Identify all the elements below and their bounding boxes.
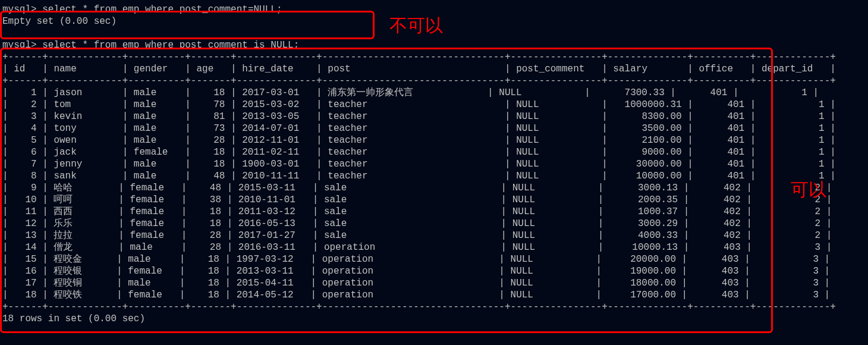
annotation-label-good: 可以 xyxy=(791,178,826,201)
table-row: | 8 | sank | male | 48 | 2010-11-11 | te… xyxy=(2,170,866,182)
table-row: | 15 | 程咬金 | male | 18 | 1997-03-12 | op… xyxy=(2,253,866,265)
result-table: +------+-------------+----------+-------… xyxy=(2,51,866,313)
annotation-label-bad: 不可以 xyxy=(389,14,443,37)
table-row: | 18 | 程咬铁 | female | 18 | 2014-05-12 | … xyxy=(2,289,866,301)
table-row: | 7 | jenny | male | 18 | 1900-03-01 | t… xyxy=(2,158,866,170)
table-row: | 4 | tony | male | 73 | 2014-07-01 | te… xyxy=(2,123,866,134)
table-row: | 13 | 拉拉 | female | 28 | 2017-01-27 | s… xyxy=(2,230,866,242)
table-row: | 17 | 程咬铜 | male | 18 | 2015-04-11 | op… xyxy=(2,277,866,289)
table-row: | 2 | tom | male | 78 | 2015-03-02 | tea… xyxy=(2,99,866,111)
table-row: | 10 | 呵呵 | female | 38 | 2010-11-01 | s… xyxy=(2,194,866,206)
table-row: | 14 | 僧龙 | male | 28 | 2016-03-11 | ope… xyxy=(2,242,866,253)
query2-command: select * from emp where post_comment is … xyxy=(42,40,299,51)
prompt: mysql> xyxy=(2,40,42,51)
query2-line: mysql> select * from emp where post_comm… xyxy=(2,39,866,51)
prompt: mysql> xyxy=(2,4,42,15)
query1-command: select * from emp where post_comment=NUL… xyxy=(42,4,282,15)
table-row: | 1 | jason | male | 18 | 2017-03-01 | 浦… xyxy=(2,87,866,99)
query1-line: mysql> select * from emp where post_comm… xyxy=(2,4,866,15)
table-row: +------+-------------+----------+-------… xyxy=(2,301,866,313)
table-row: | 16 | 程咬银 | female | 18 | 2013-03-11 | … xyxy=(2,265,866,277)
table-row: | 6 | jack | female | 18 | 2011-02-11 | … xyxy=(2,146,866,158)
query2-footer: 18 rows in set (0.00 sec) xyxy=(2,313,866,325)
table-row: | id | name | gender | age | hire_date |… xyxy=(2,63,866,75)
table-row: | 3 | kevin | male | 81 | 2013-03-05 | t… xyxy=(2,111,866,123)
table-row: | 9 | 哈哈 | female | 48 | 2015-03-11 | sa… xyxy=(2,182,866,194)
table-row: +------+-------------+----------+-------… xyxy=(2,75,866,87)
table-row: | 12 | 乐乐 | female | 18 | 2016-05-13 | s… xyxy=(2,218,866,230)
table-row: +------+-------------+----------+-------… xyxy=(2,51,866,63)
table-row: | 11 | 西西 | female | 18 | 2011-03-12 | s… xyxy=(2,206,866,218)
table-row: | 5 | owen | male | 28 | 2012-11-01 | te… xyxy=(2,134,866,146)
